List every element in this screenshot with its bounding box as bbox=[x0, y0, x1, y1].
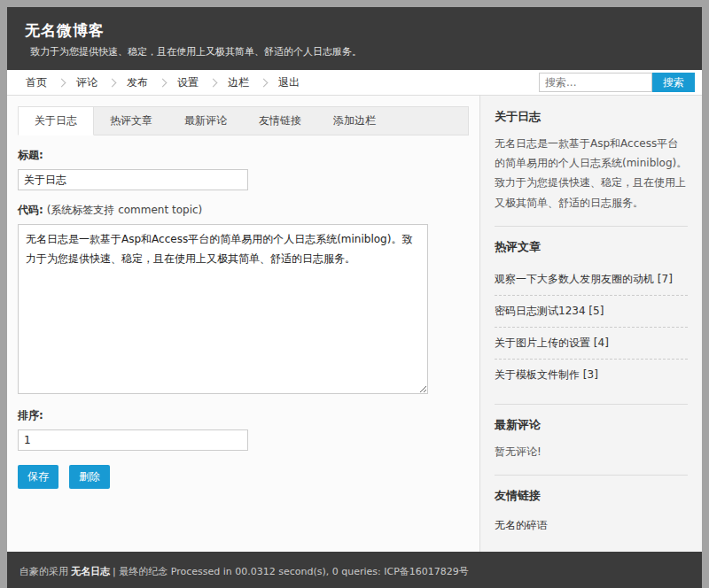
sidebar-section-hot-articles: 热评文章 观察一下大多数人发朋友圈的动机 [7] 密码日志测试1234 [5] … bbox=[495, 239, 688, 391]
sidebar-section-about: 关于日志 无名日志是一款基于Asp和Access平台的简单易用的个人日志系统(m… bbox=[495, 109, 688, 213]
hot-articles-heading: 热评文章 bbox=[495, 239, 688, 255]
latest-comments-heading: 最新评论 bbox=[495, 417, 688, 433]
code-label-row: 代码: (系统标签支持 comment topic) bbox=[18, 203, 469, 218]
footer-prefix-text: 自豪的采用 bbox=[19, 566, 68, 577]
no-comments-text: 暂无评论! bbox=[495, 442, 688, 461]
title-label: 标题: bbox=[18, 148, 469, 163]
nav-item-logout[interactable]: 退出 bbox=[267, 75, 311, 90]
order-input[interactable] bbox=[18, 429, 248, 451]
footer-brand-text: 无名日志 bbox=[71, 566, 110, 577]
right-sidebar: 关于日志 无名日志是一款基于Asp和Access平台的简单易用的个人日志系统(m… bbox=[479, 96, 702, 552]
nav-menu: 首页 评论 发布 设置 边栏 退出 bbox=[14, 75, 539, 90]
delete-button[interactable]: 删除 bbox=[69, 465, 110, 489]
about-heading: 关于日志 bbox=[495, 109, 688, 125]
nav-item-home[interactable]: 首页 bbox=[14, 75, 58, 90]
code-label: 代码: bbox=[18, 204, 43, 216]
footer-suffix-text: | 最终的纪念 Processed in 00.0312 second(s), … bbox=[113, 566, 469, 577]
main-panel: 关于日志 热评文章 最新评论 友情链接 添加边栏 标题: 代码: (系统标签支持… bbox=[7, 96, 479, 552]
search-button[interactable]: 搜索 bbox=[652, 73, 695, 92]
tab-friend-links[interactable]: 友情链接 bbox=[243, 107, 317, 135]
nav-item-comments[interactable]: 评论 bbox=[65, 75, 109, 90]
nav-item-publish[interactable]: 发布 bbox=[115, 75, 160, 90]
hot-article-link[interactable]: 密码日志测试1234 [5] bbox=[495, 296, 688, 328]
friend-link[interactable]: 无名的碎语 bbox=[495, 513, 688, 538]
title-input[interactable] bbox=[18, 169, 248, 190]
search-bar: 搜索 bbox=[539, 73, 695, 92]
nav-item-settings[interactable]: 设置 bbox=[166, 75, 210, 90]
main-nav: 首页 评论 发布 设置 边栏 退出 搜索 bbox=[7, 70, 702, 96]
section-divider bbox=[495, 226, 688, 227]
page-container: 无名微博客 致力于为您提供快速、稳定，且在使用上又极其简单、舒适的个人日志服务。… bbox=[7, 7, 702, 588]
nav-item-sidebar[interactable]: 边栏 bbox=[216, 75, 261, 90]
form-buttons: 保存 删除 bbox=[18, 465, 469, 489]
tab-bar: 关于日志 热评文章 最新评论 友情链接 添加边栏 bbox=[18, 106, 469, 135]
tab-add-sidebar[interactable]: 添加边栏 bbox=[317, 107, 392, 135]
tab-hot-articles[interactable]: 热评文章 bbox=[94, 107, 168, 135]
sidebar-section-latest-comments: 最新评论 暂无评论! bbox=[495, 417, 688, 461]
search-input[interactable] bbox=[539, 73, 652, 92]
site-header: 无名微博客 致力于为您提供快速、稳定，且在使用上又极其简单、舒适的个人日志服务。 bbox=[7, 7, 702, 70]
about-text: 无名日志是一款基于Asp和Access平台的简单易用的个人日志系统(minibl… bbox=[495, 134, 688, 213]
code-hint: (系统标签支持 comment topic) bbox=[47, 204, 203, 216]
save-button[interactable]: 保存 bbox=[18, 465, 58, 489]
tab-latest-comments[interactable]: 最新评论 bbox=[168, 107, 243, 135]
section-divider bbox=[495, 404, 688, 405]
order-label: 排序: bbox=[18, 408, 469, 423]
content-area: 关于日志 热评文章 最新评论 友情链接 添加边栏 标题: 代码: (系统标签支持… bbox=[7, 96, 702, 552]
friend-links-heading: 友情链接 bbox=[495, 488, 688, 504]
hot-article-link[interactable]: 观察一下大多数人发朋友圈的动机 [7] bbox=[495, 264, 688, 296]
sidebar-edit-form: 标题: 代码: (系统标签支持 comment topic) 无名日志是一款基于… bbox=[18, 148, 469, 489]
code-textarea[interactable]: 无名日志是一款基于Asp和Access平台的简单易用的个人日志系统(minibl… bbox=[18, 224, 428, 394]
site-title: 无名微博客 bbox=[25, 20, 684, 41]
tab-about-blog[interactable]: 关于日志 bbox=[18, 106, 94, 135]
site-subtitle: 致力于为您提供快速、稳定，且在使用上又极其简单、舒适的个人日志服务。 bbox=[30, 45, 688, 58]
section-divider bbox=[495, 475, 688, 476]
hot-article-link[interactable]: 关于模板文件制作 [3] bbox=[495, 360, 688, 391]
site-footer: 自豪的采用无名日志| 最终的纪念 Processed in 00.0312 se… bbox=[7, 552, 702, 588]
sidebar-section-friend-links: 友情链接 无名的碎语 bbox=[495, 488, 688, 538]
hot-article-link[interactable]: 关于图片上传的设置 [4] bbox=[495, 328, 688, 360]
